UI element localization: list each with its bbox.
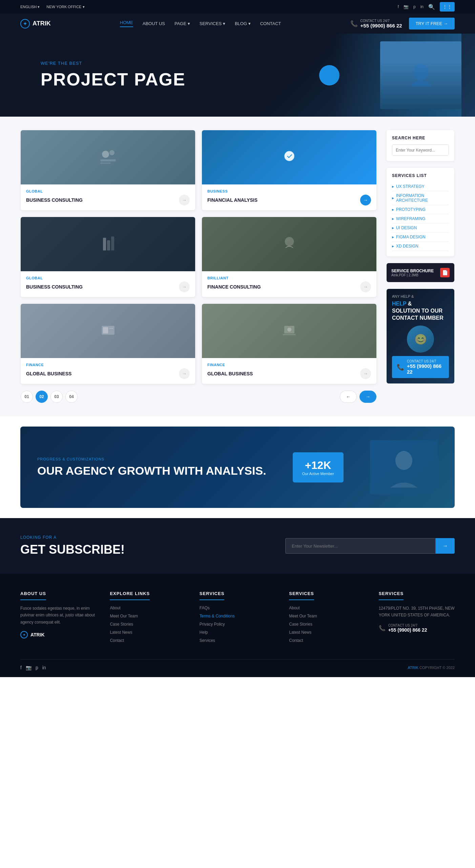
footer-facebook-icon[interactable]: f [20, 665, 22, 670]
page-btn-2[interactable]: 02 [36, 391, 48, 403]
page-btn-4[interactable]: 04 [65, 391, 78, 403]
top-bar: ENGLISH NEW YORK OFFICE f 📷 p in 🔍 ⋮⋮ [0, 0, 475, 14]
card-footer-3: BUSINESS CONSULTING → [26, 281, 190, 292]
card-image-4 [202, 217, 376, 271]
pinterest-icon[interactable]: p [413, 4, 416, 9]
svg-point-8 [285, 237, 294, 246]
explore-link-cases[interactable]: Case Stories [110, 621, 186, 627]
explore-link-team[interactable]: Meet Our Team [110, 613, 186, 618]
service-link-terms[interactable]: Terms & Conditions [200, 613, 275, 618]
footer-explore-links: About Meet Our Team Case Stories Latest … [110, 605, 186, 643]
service2-link-cases[interactable]: Case Stories [289, 621, 365, 627]
nav-home[interactable]: HOME [120, 20, 133, 27]
card-bg-4 [202, 217, 376, 271]
next-btn[interactable]: → [359, 391, 376, 403]
prev-btn[interactable]: ← [340, 391, 357, 403]
explore-link-about[interactable]: About [110, 605, 186, 610]
nav-page[interactable]: PAGE [174, 21, 190, 26]
project-card-1[interactable]: GLOBAL BUSINESS CONSULTING → [21, 130, 195, 210]
footer-services: SERVICES FAQs Terms & Conditions Privacy… [200, 591, 275, 646]
project-card-4[interactable]: BRILLIANT FINANCE CONSULTING → [202, 217, 376, 297]
card-footer-1: BUSINESS CONSULTING → [26, 195, 190, 205]
service-item-3[interactable]: PROTOTYPING [392, 205, 449, 214]
contact-box-phone-label: CONTACT US 24/7 [407, 359, 444, 363]
contact-person-image: 😊 [407, 326, 434, 353]
explore-link-news[interactable]: Latest News [110, 629, 186, 635]
banner-left: PROGRESS & CUSTOMIZATIONS OUR AGENCY GRO… [37, 457, 266, 478]
project-card-6[interactable]: FINANCE GLOBAL BUSINESS → [202, 304, 376, 384]
brochure-sub: Atrik.PDF | 2.3MB [391, 273, 434, 277]
projects-grid: GLOBAL BUSINESS CONSULTING → BU [21, 130, 376, 403]
service-link-privacy[interactable]: Privacy Policy [200, 621, 275, 627]
page-btn-3[interactable]: 03 [50, 391, 63, 403]
page-btn-1[interactable]: 01 [21, 391, 33, 403]
service2-link-news[interactable]: Latest News [289, 629, 365, 635]
svg-point-4 [284, 151, 294, 161]
footer-about: ABOUT US Fusce sodales egestas neque, in… [20, 591, 96, 646]
service2-link-contact[interactable]: Contact [289, 637, 365, 643]
card-arrow-3[interactable]: → [179, 281, 190, 292]
project-card-5[interactable]: FINANCE GLOBAL BUSINESS → [21, 304, 195, 384]
footer-bottom: f 📷 p in ATRIK COPYRIGHT © 2022 [20, 659, 455, 670]
apps-icon[interactable]: ⋮⋮ [440, 2, 455, 12]
card-content-3: GLOBAL BUSINESS CONSULTING → [21, 271, 195, 297]
card-bg-3 [21, 217, 195, 271]
try-free-button[interactable]: TRY IT FREE → [409, 18, 455, 29]
card-arrow-5[interactable]: → [179, 368, 190, 379]
newsletter-input[interactable] [285, 538, 436, 554]
project-card-3[interactable]: GLOBAL BUSINESS CONSULTING → [21, 217, 195, 297]
subscribe-button[interactable]: → [436, 538, 455, 554]
facebook-icon[interactable]: f [398, 4, 399, 9]
header-right: 📞 CONTACT US 24/7 +55 (9900) 866 22 TRY … [350, 18, 455, 29]
project-card-2[interactable]: BUSINESS FINANCIAL ANALYSIS → [202, 130, 376, 210]
footer-services2-title: SERVICES [289, 591, 314, 600]
office-dropdown[interactable]: NEW YORK OFFICE [46, 5, 84, 9]
linkedin-icon[interactable]: in [420, 4, 424, 9]
logo[interactable]: ✦ ATRIK [20, 19, 51, 28]
service-link-faqs[interactable]: FAQs [200, 605, 275, 610]
search-icon[interactable]: 🔍 [428, 4, 435, 10]
service-item-7[interactable]: XD DESIGN [392, 242, 449, 251]
explore-link-contact[interactable]: Contact [110, 637, 186, 643]
service-item-1[interactable]: UX STRATEGY [392, 182, 449, 191]
card-bg-1 [21, 130, 195, 184]
instagram-icon[interactable]: 📷 [404, 4, 409, 9]
service2-link-team[interactable]: Meet Our Team [289, 613, 365, 618]
services-list: UX STRATEGY INFORMATION ARCHITECTURE PRO… [392, 182, 449, 251]
service-brochure[interactable]: SERVICE BROCHURE Atrik.PDF | 2.3MB 📄 [387, 263, 454, 282]
banner-stat: +12K Our Active Member [293, 452, 344, 482]
contact-phone-icon: 📞 [397, 363, 404, 371]
language-dropdown[interactable]: ENGLISH [20, 5, 40, 9]
nav-blog[interactable]: BLOG [235, 21, 251, 26]
brochure-pdf-icon: 📄 [440, 268, 450, 277]
card-title-2: FINANCIAL ANALYSIS [207, 197, 257, 203]
grid-row-3: FINANCE GLOBAL BUSINESS → FINAN [21, 304, 376, 384]
service-item-5[interactable]: UI DESIGN [392, 223, 449, 233]
service2-link-about[interactable]: About [289, 605, 365, 610]
nav-about[interactable]: ABOUT US [143, 21, 165, 26]
search-box: 🔍 [392, 144, 449, 156]
footer-pinterest-icon[interactable]: p [36, 665, 38, 670]
service-link-help[interactable]: Help [200, 629, 275, 635]
service-item-4[interactable]: WIREFRAMING [392, 214, 449, 223]
svg-point-0 [102, 151, 109, 158]
card-arrow-4[interactable]: → [360, 281, 371, 292]
sidebar: SEARCH HERE 🔍 SERVICES LIST UX STRATEGY … [387, 130, 454, 403]
search-input[interactable] [392, 145, 449, 155]
footer-linkedin-icon[interactable]: in [42, 665, 46, 670]
phone-icon: 📞 [350, 20, 358, 27]
service-link-services[interactable]: Services [200, 637, 275, 643]
card-arrow-6[interactable]: → [360, 368, 371, 379]
card-footer-2: FINANCIAL ANALYSIS → [207, 195, 371, 205]
footer-instagram-icon[interactable]: 📷 [26, 665, 32, 670]
nav-services[interactable]: SERVICES [200, 21, 225, 26]
footer-contact-number: +55 (9900) 866 22 [388, 627, 427, 633]
banner-label: PROGRESS & CUSTOMIZATIONS [37, 457, 266, 461]
card-arrow-2[interactable]: → [360, 195, 371, 205]
service-item-2[interactable]: INFORMATION ARCHITECTURE [392, 191, 449, 205]
card-arrow-1[interactable]: → [179, 195, 190, 205]
service-item-6[interactable]: FIGMA DESIGN [392, 233, 449, 242]
nav-contact[interactable]: CONTACT [260, 21, 281, 26]
card-title-6: GLOBAL BUSINESS [207, 371, 253, 376]
logo-icon: ✦ [20, 19, 30, 28]
